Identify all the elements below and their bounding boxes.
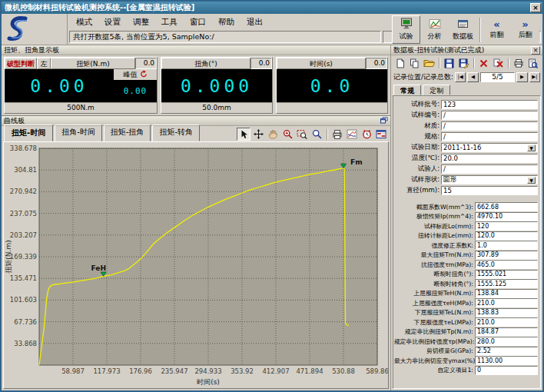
analyze-button[interactable]: 分析 — [420, 15, 449, 44]
curve-tab-bar: 扭矩-时间扭角-时间扭矩-扭角扭矩-转角 — [2, 126, 390, 141]
field-input[interactable]: 307.89 — [475, 251, 538, 260]
field-input[interactable]: 1555.125 — [475, 279, 538, 288]
chevron-down-icon[interactable]: ▼ — [527, 177, 536, 184]
field-label: 下屈服强度τeL(MPa): — [394, 318, 475, 327]
field-label: 扭转计标距Le(mm): — [394, 231, 475, 240]
record-next-button[interactable]: ▶ — [516, 72, 527, 82]
save-icon[interactable] — [443, 57, 456, 69]
break-judge-label: 破型判断 — [5, 58, 37, 69]
field-input[interactable]: 15 — [441, 186, 538, 195]
field-input[interactable]: 1130.00 — [475, 356, 538, 365]
field-input[interactable]: / — [441, 121, 538, 131]
databoard-button[interactable]: 数据板 — [449, 15, 477, 44]
data-tab-常规[interactable]: 常规 — [393, 85, 421, 95]
field-input[interactable]: 4970.10 — [475, 212, 538, 221]
field-input[interactable]: 210.0 — [475, 317, 538, 327]
window-title: 微机控制材料扭转试验机测控系统--[金属室温扭转试验] — [5, 2, 530, 13]
svg-text:135.471: 135.471 — [10, 274, 37, 282]
next-icon: » — [522, 20, 528, 29]
next-button[interactable]: »后翻 — [511, 15, 539, 44]
zoom-in-icon[interactable] — [280, 128, 294, 141]
status-message: 共打开数据5条, 当前位置为5, SampleNo:/ — [69, 31, 381, 43]
data-tab-定制[interactable]: 定制 — [423, 85, 450, 95]
save-as-icon[interactable] — [457, 57, 470, 69]
field-input[interactable]: 138.83 — [475, 308, 538, 317]
curve-tab-扭矩-扭角[interactable]: 扭矩-扭角 — [104, 125, 151, 141]
menu-item-帮助[interactable]: 帮助 — [213, 16, 240, 28]
zoom-out-icon[interactable] — [310, 128, 323, 141]
select-arrow-icon[interactable] — [237, 128, 250, 141]
curve-style-icon[interactable] — [345, 128, 359, 141]
curve-tab-扭矩-转角[interactable]: 扭矩-转角 — [152, 125, 200, 141]
field-input[interactable]: 184.87 — [475, 327, 538, 337]
menu-item-窗口[interactable]: 窗口 — [184, 16, 211, 28]
chart-clock-icon[interactable] — [360, 128, 373, 141]
menu-item-设置[interactable]: 设置 — [99, 16, 126, 28]
data-panel-close-icon[interactable]: × — [531, 46, 540, 55]
curve-tab-扭矩-时间[interactable]: 扭矩-时间 — [4, 125, 53, 141]
print-icon[interactable] — [512, 57, 525, 69]
zoom-window-icon[interactable] — [295, 128, 309, 141]
record-prev-button[interactable]: ◀ — [467, 72, 478, 82]
field-input[interactable]: 圆形▼ — [441, 175, 538, 184]
left-direction-button[interactable]: 左 — [37, 58, 51, 69]
chart-data-window-icon[interactable] — [374, 128, 388, 141]
svg-text:117.973: 117.973 — [93, 367, 120, 375]
main-area: 扭矩、扭角显示板 破型判断 左 扭矩(N.m) 0.0 0.00 — [2, 45, 542, 390]
peak-reset-icon[interactable] — [140, 70, 148, 79]
angle-header: 扭角(°) — [161, 58, 250, 69]
svg-text:FeH: FeH — [91, 264, 106, 272]
field-label: 极惯性矩Ip(mm^4): — [394, 212, 475, 221]
window-close-icon[interactable]: × — [530, 3, 541, 12]
print-preview-icon[interactable] — [526, 57, 539, 69]
menu-item-退出[interactable]: 退出 — [241, 16, 268, 28]
test-button[interactable]: 试验 — [392, 15, 420, 44]
field-row: 上屈服扭矩TeH(N.m):138.84 — [394, 289, 538, 299]
field-input[interactable]: 0 — [475, 366, 538, 375]
restore-icon[interactable] — [380, 117, 388, 125]
field-input[interactable]: 120 — [475, 221, 538, 231]
curve-tab-扭角-时间[interactable]: 扭角-时间 — [55, 125, 102, 141]
field-label: 试验日期: — [394, 143, 441, 152]
field-input[interactable]: 138.84 — [475, 289, 538, 298]
curve-panel: 曲线板 扭矩-时间扭角-时间扭矩-扭角扭矩-转角 58.987117.97317… — [2, 116, 390, 390]
record-first-button[interactable]: |◀ — [455, 72, 466, 82]
analyze-chart-icon — [429, 18, 441, 31]
print-chart-icon[interactable] — [330, 128, 344, 141]
record-last-button[interactable]: ▶| — [529, 72, 540, 82]
menu-item-调整[interactable]: 调整 — [128, 16, 154, 28]
field-input[interactable]: 2011-11-16▼ — [441, 143, 538, 152]
chevron-down-icon[interactable]: ▼ — [527, 145, 536, 151]
field-input[interactable]: / — [441, 111, 538, 120]
new-doc-icon[interactable] — [393, 57, 406, 69]
field-label: 试样标距Lo(mm): — [394, 222, 475, 231]
field-input[interactable]: 210.0 — [475, 298, 538, 307]
open-folder-icon[interactable] — [423, 57, 436, 69]
menu-item-模式[interactable]: 模式 — [71, 16, 98, 28]
field-input[interactable]: / — [441, 132, 538, 141]
copy-icon[interactable] — [408, 57, 421, 69]
delete-all-icon[interactable] — [492, 57, 505, 69]
field-input[interactable]: 1.0 — [475, 241, 538, 250]
field-input[interactable]: 120.0 — [475, 231, 538, 241]
torque-aux-value: 0.0 — [135, 58, 157, 69]
prev-icon: « — [493, 20, 499, 29]
field-input[interactable]: 1555.021 — [475, 270, 538, 279]
svg-text:471.894: 471.894 — [296, 367, 323, 375]
field-input[interactable]: 20.0 — [441, 154, 538, 163]
field-input[interactable]: 662.68 — [475, 202, 538, 211]
prev-button[interactable]: «前翻 — [483, 15, 511, 44]
move-cross-icon[interactable] — [251, 128, 265, 141]
pan-hand-icon[interactable] — [266, 128, 280, 141]
toolbar-button-label: 后翻 — [519, 30, 532, 40]
field-input[interactable]: 2.52 — [475, 347, 538, 356]
field-input[interactable]: 280.0 — [475, 337, 538, 346]
field-input[interactable]: 123 — [441, 100, 538, 109]
field-input[interactable]: / — [441, 164, 538, 174]
record-nav-label: 记录位置/记录总数: — [393, 72, 453, 82]
menu-item-工具[interactable]: 工具 — [156, 16, 183, 28]
svg-text:169.339: 169.339 — [10, 253, 37, 261]
field-input[interactable]: 465.0 — [475, 260, 538, 269]
svg-text:时间(s): 时间(s) — [197, 378, 220, 386]
delete-icon[interactable] — [477, 57, 490, 69]
